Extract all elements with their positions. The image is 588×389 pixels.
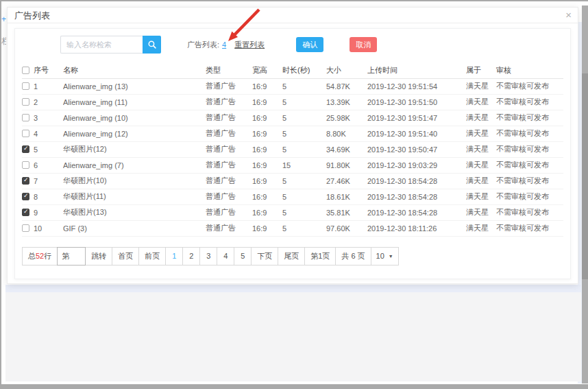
row-index-cell: 1: [22, 78, 63, 94]
row-checkbox[interactable]: [22, 161, 29, 169]
pagination: 总52行 跳转 首页 前页 12345 下页 尾页 第1页 共 6 页 10: [22, 247, 563, 266]
page-number-3[interactable]: 3: [199, 247, 217, 266]
total-count: 52: [36, 252, 44, 260]
page-number-1[interactable]: 1: [165, 247, 183, 266]
modal-body: 广告列表: 4 重置列表 确认 取消: [8, 23, 578, 284]
header-type: 类型: [206, 63, 252, 78]
row-index-cell: 10: [22, 220, 63, 236]
row-index: 7: [34, 177, 38, 185]
row-uploaded: 2019-12-30 19:50:47: [367, 141, 466, 157]
scrollbar-thumb[interactable]: [582, 73, 588, 279]
header-index-label: 序号: [34, 65, 49, 75]
row-type: 普通广告: [206, 189, 252, 204]
last-page-button[interactable]: 尾页: [278, 247, 305, 266]
page-size-select[interactable]: 10 ▼: [371, 247, 399, 266]
row-name: 华硕图片(13): [63, 204, 206, 220]
page-scrollbar[interactable]: [582, 5, 588, 384]
row-ratio: 16:9: [252, 189, 282, 204]
row-name: GIF (3): [63, 220, 206, 236]
table-row[interactable]: 2Alienware_img (11)普通广告16:9513.39K2019-1…: [22, 94, 563, 110]
row-size: 97.60K: [326, 220, 367, 236]
row-checkbox[interactable]: [22, 177, 29, 185]
first-page-button[interactable]: 首页: [112, 247, 139, 266]
row-duration: 15: [282, 157, 326, 173]
row-duration: 5: [282, 141, 326, 157]
row-uploaded: 2019-12-30 19:51:47: [367, 110, 466, 126]
jump-input-cell: [57, 247, 86, 266]
row-checkbox[interactable]: [22, 224, 29, 232]
close-icon[interactable]: ×: [565, 8, 572, 22]
row-index: 10: [34, 224, 42, 233]
row-ratio: 16:9: [252, 126, 282, 141]
toolbar: 广告列表: 4 重置列表 确认 取消: [22, 35, 563, 54]
row-review: 不需审核可发布: [496, 220, 563, 236]
row-type: 普通广告: [206, 110, 252, 126]
row-ratio: 16:9: [252, 141, 282, 157]
modal-header: 广告列表 ×: [8, 8, 578, 23]
row-owner: 满天星: [466, 173, 496, 189]
row-checkbox[interactable]: [22, 114, 29, 121]
row-type: 普通广告: [206, 173, 252, 189]
prev-page-button[interactable]: 前页: [138, 247, 166, 266]
header-review: 审核: [496, 63, 563, 78]
table-row[interactable]: 6Alienware_img (7)普通广告16:91591.80K2019-1…: [22, 157, 563, 173]
header-size: 大小: [326, 63, 367, 78]
table-row[interactable]: 7华硕图片(10)普通广告16:9527.46K2019-12-30 18:54…: [22, 173, 563, 189]
page-number-4[interactable]: 4: [217, 247, 234, 266]
selected-count[interactable]: 4: [222, 40, 226, 49]
chevron-down-icon: ▼: [389, 248, 393, 265]
row-size: 13.39K: [326, 94, 367, 110]
row-uploaded: 2019-12-30 18:11:26: [367, 220, 466, 236]
row-name: 华硕图片(11): [63, 189, 206, 204]
page-number-5[interactable]: 5: [234, 247, 252, 266]
row-type: 普通广告: [206, 141, 252, 157]
reset-list-link[interactable]: 重置列表: [234, 40, 265, 50]
row-checkbox[interactable]: [22, 209, 29, 216]
row-ratio: 16:9: [252, 173, 282, 189]
row-review: 不需审核可发布: [496, 157, 563, 173]
background-text-fragment: 栏: [1, 36, 6, 47]
jump-button[interactable]: 跳转: [85, 247, 112, 266]
row-name: Alienware_img (7): [63, 157, 206, 173]
search-button[interactable]: [143, 36, 161, 54]
row-name: Alienware_img (10): [63, 110, 206, 126]
table-row[interactable]: 9华硕图片(13)普通广告16:9535.81K2019-12-30 18:54…: [22, 204, 563, 220]
confirm-button[interactable]: 确认: [296, 37, 323, 52]
row-checkbox[interactable]: [22, 98, 29, 106]
row-ratio: 16:9: [252, 94, 282, 110]
table-row[interactable]: 10GIF (3)普通广告16:9597.60K2019-12-30 18:11…: [22, 220, 563, 236]
row-checkbox[interactable]: [22, 82, 29, 90]
header-uploaded: 上传时间: [367, 63, 466, 78]
table-row[interactable]: 4Alienware_img (12)普通广告16:958.80K2019-12…: [22, 126, 563, 141]
list-label: 广告列表:: [187, 40, 219, 50]
row-ratio: 16:9: [252, 110, 282, 126]
row-checkbox[interactable]: [22, 145, 29, 153]
row-duration: 5: [282, 189, 326, 204]
row-review: 不需审核可发布: [496, 141, 563, 157]
row-duration: 5: [282, 78, 326, 94]
table-row[interactable]: 1Alienware_img (13)普通广告16:9554.87K2019-1…: [22, 78, 563, 94]
row-ratio: 16:9: [252, 204, 282, 220]
select-all-checkbox[interactable]: [22, 67, 29, 74]
cancel-button[interactable]: 取消: [350, 37, 377, 52]
next-page-button[interactable]: 下页: [251, 247, 278, 266]
row-index-cell: 8: [22, 189, 63, 204]
row-index: 3: [34, 114, 38, 122]
table-row[interactable]: 5华硕图片(12)普通广告16:9534.69K2019-12-30 19:50…: [22, 141, 563, 157]
row-checkbox[interactable]: [22, 130, 29, 137]
jump-page-input[interactable]: [58, 248, 85, 265]
search-input[interactable]: [60, 36, 143, 54]
row-type: 普通广告: [206, 157, 252, 173]
row-index: 9: [34, 209, 38, 217]
table-row[interactable]: 3Alienware_img (10)普通广告16:9525.98K2019-1…: [22, 110, 563, 126]
row-name: Alienware_img (11): [63, 94, 206, 110]
row-owner: 满天星: [466, 204, 496, 220]
row-ratio: 16:9: [252, 78, 282, 94]
row-size: 91.80K: [326, 157, 367, 173]
row-owner: 满天星: [466, 157, 496, 173]
row-index: 2: [34, 98, 38, 106]
page-number-2[interactable]: 2: [182, 247, 200, 266]
row-size: 27.46K: [326, 173, 367, 189]
table-row[interactable]: 8华硕图片(11)普通广告16:9518.61K2019-12-30 18:54…: [22, 189, 563, 204]
row-checkbox[interactable]: [22, 193, 29, 200]
